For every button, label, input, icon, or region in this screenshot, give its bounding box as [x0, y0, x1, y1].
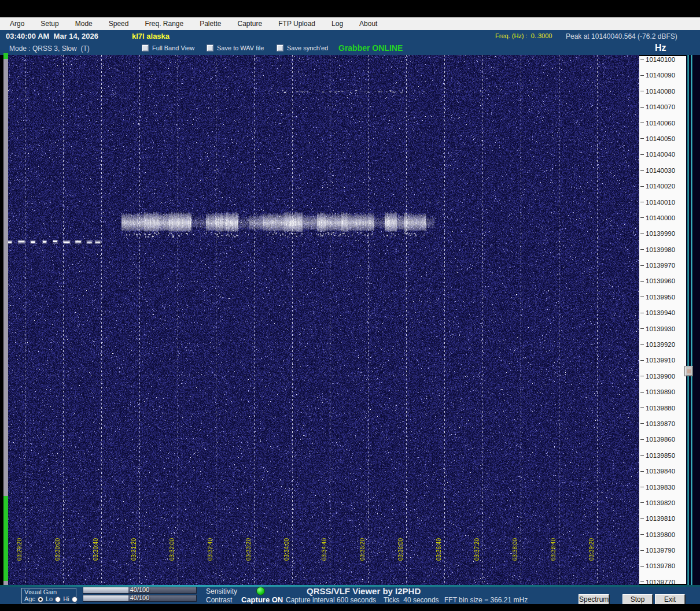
- checkbox-full-band-view[interactable]: Full Band View: [142, 45, 194, 51]
- time-label-text: 03:34:40: [320, 538, 329, 561]
- time-label: 03:38:40: [550, 538, 558, 582]
- hz-axis-unit: Hz: [655, 43, 666, 53]
- time-label-text: 03:36:40: [435, 538, 443, 561]
- menu-item-argo[interactable]: Argo: [10, 20, 24, 28]
- freq-tick-row: 10139850: [639, 451, 675, 460]
- station-label: kl7l alaska: [132, 32, 170, 40]
- freq-tick-row: 10140100: [639, 55, 675, 64]
- freq-tick-row: 10139930: [639, 325, 675, 333]
- menu-item-log[interactable]: Log: [331, 20, 343, 28]
- freq-tick-row: 10139920: [639, 340, 675, 349]
- freq-tick-label: 10139940: [646, 309, 675, 316]
- radio-lo[interactable]: [55, 597, 61, 602]
- time-label: 03:34:40: [320, 538, 329, 582]
- tick-mark: [640, 455, 644, 456]
- freq-tick-row: 10140020: [639, 182, 675, 190]
- progress-bar-green: [3, 496, 8, 581]
- freq-tick-row: 10140010: [639, 198, 675, 206]
- menu-item-ftp-upload[interactable]: FTP Upload: [278, 20, 315, 28]
- time-label: 03:36:40: [435, 538, 443, 582]
- time-label-text: 03:38:40: [550, 538, 558, 561]
- spectrogram: 03:29:2003:30:0003:30:4003:31:2003:32:00…: [8, 55, 639, 585]
- tick-mark: [640, 217, 644, 218]
- exit-button[interactable]: Exit: [655, 594, 685, 605]
- freq-tick-label: 10139780: [646, 562, 675, 569]
- menu-item-speed[interactable]: Speed: [109, 20, 129, 28]
- menu-item-setup[interactable]: Setup: [40, 20, 58, 28]
- tick-mark: [640, 313, 644, 313]
- tick-mark: [640, 534, 644, 535]
- menu-item-capture[interactable]: Capture: [238, 20, 263, 28]
- contrast-label: Contrast: [206, 596, 232, 604]
- checkbox-box-full-band-view[interactable]: [142, 45, 149, 51]
- tick-mark: [640, 519, 644, 519]
- sensitivity-label: Sensitivity: [206, 587, 237, 595]
- freq-tick-label: 10139890: [646, 388, 675, 395]
- freq-tick-row: 10140080: [639, 87, 675, 95]
- freq-tick-label: 10139850: [646, 452, 675, 459]
- menu-item-palette[interactable]: Palette: [200, 20, 221, 28]
- peak-readout: Peak at 10140040.564 (-76.2 dBFS): [566, 32, 677, 40]
- app-title: QRSS/VLF Viewer by I2PHD: [307, 586, 421, 596]
- time-label: 03:32:00: [168, 538, 176, 582]
- window-top-strip: [0, 0, 700, 17]
- time-label-text: 03:32:40: [207, 538, 215, 561]
- freq-tick-row: 10139870: [639, 420, 675, 428]
- window-bottom-strip: [0, 604, 700, 611]
- time-label: 03:37:20: [473, 538, 481, 582]
- time-label: 03:29:20: [16, 538, 24, 582]
- stop-button[interactable]: Stop: [622, 594, 653, 605]
- freq-tick-row: 10140060: [639, 119, 675, 127]
- tick-mark: [640, 439, 644, 440]
- time-label-text: 03:31:20: [130, 538, 138, 561]
- spectrum-button[interactable]: Spectrum: [579, 594, 609, 605]
- tick-mark: [640, 423, 644, 424]
- checkbox-save-synch-ed[interactable]: Save synch'ed: [277, 45, 328, 51]
- visual-gain-group: Visual Gain AgcLoHi: [21, 588, 76, 603]
- freq-tick-row: 10139910: [639, 356, 675, 364]
- time-label-text: 03:38:00: [511, 538, 520, 561]
- scrollbar-thumb[interactable]: [684, 366, 693, 376]
- contrast-slider[interactable]: 40/100: [83, 595, 197, 602]
- time-label: 03:38:00: [511, 538, 520, 582]
- visual-gain-title: Visual Gain: [24, 588, 73, 595]
- freq-tick-label: 10140080: [646, 88, 675, 95]
- time-label: 03:34:00: [283, 538, 291, 582]
- freq-tick-row: 10140000: [639, 214, 675, 222]
- fft-bin-label: FFT bin size = 366.21 mHz: [444, 596, 528, 604]
- freq-tick-row: 10139780: [639, 562, 675, 570]
- freq-tick-label: 10140030: [646, 167, 675, 174]
- freq-tick-row: 10139830: [639, 483, 675, 491]
- frequency-scrollbar: [686, 55, 700, 585]
- tick-mark: [640, 582, 644, 582]
- menu-item-freq-range[interactable]: Freq. Range: [145, 20, 183, 28]
- freq-tick-label: 10139870: [646, 420, 675, 427]
- checkbox-box-save-synch-ed[interactable]: [277, 45, 283, 51]
- freq-tick-label: 10140090: [646, 72, 675, 79]
- freq-tick-label: 10139980: [646, 246, 675, 253]
- freq-tick-label: 10139930: [646, 325, 675, 332]
- control-bar: Visual Gain AgcLoHi 40/10040/100 Sensiti…: [0, 585, 700, 604]
- radio-agc[interactable]: [38, 597, 43, 602]
- time-label-text: 03:35:20: [359, 538, 367, 561]
- tick-mark: [640, 234, 644, 234]
- freq-tick-row: 10139860: [639, 435, 675, 443]
- checkbox-save-to-wav-file[interactable]: Save to WAV file: [207, 45, 264, 51]
- freq-tick-row: 10139950: [639, 293, 675, 301]
- sensitivity-slider[interactable]: 40/100: [83, 587, 197, 594]
- freq-tick-row: 10140040: [639, 150, 675, 158]
- spectrogram-canvas[interactable]: [8, 55, 639, 585]
- tick-mark: [640, 408, 644, 408]
- freq-tick-row: 10139980: [639, 246, 675, 254]
- tick-mark: [640, 345, 644, 345]
- time-label: 03:36:00: [397, 538, 405, 582]
- freq-tick-label: 10139990: [646, 230, 675, 237]
- menu-item-mode[interactable]: Mode: [75, 20, 93, 28]
- checkbox-box-save-to-wav-file[interactable]: [207, 45, 213, 51]
- tick-mark: [640, 170, 644, 171]
- radio-hi[interactable]: [72, 597, 78, 602]
- tick-mark: [640, 107, 644, 108]
- menu-item-about[interactable]: About: [359, 20, 377, 28]
- scrollbar-track-line: [687, 55, 689, 585]
- progress-marker-top: [3, 53, 8, 59]
